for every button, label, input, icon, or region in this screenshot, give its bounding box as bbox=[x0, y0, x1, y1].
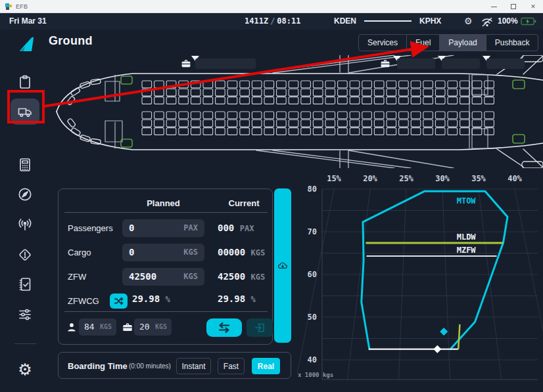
seat[interactable] bbox=[411, 112, 421, 119]
seat[interactable] bbox=[362, 97, 372, 104]
seat[interactable] bbox=[166, 97, 176, 104]
seat[interactable] bbox=[448, 89, 458, 96]
seat[interactable] bbox=[423, 120, 433, 127]
seat[interactable] bbox=[301, 89, 311, 96]
seat[interactable] bbox=[313, 112, 323, 119]
seat[interactable] bbox=[203, 128, 213, 135]
seat[interactable] bbox=[289, 112, 298, 119]
seat[interactable] bbox=[154, 97, 164, 104]
seat[interactable] bbox=[362, 112, 372, 119]
seat[interactable] bbox=[313, 128, 323, 135]
seat[interactable] bbox=[166, 112, 176, 119]
seat[interactable] bbox=[350, 128, 360, 135]
seat[interactable] bbox=[203, 89, 213, 96]
seat[interactable] bbox=[154, 89, 164, 96]
seat[interactable] bbox=[252, 120, 262, 127]
seat[interactable] bbox=[191, 97, 201, 104]
seat[interactable] bbox=[203, 97, 213, 104]
seat[interactable] bbox=[338, 81, 348, 88]
board-deboard-button[interactable] bbox=[206, 318, 242, 337]
sidebar-item-presets[interactable] bbox=[11, 301, 39, 328]
seat[interactable] bbox=[216, 112, 225, 119]
seat[interactable] bbox=[411, 81, 421, 88]
seat[interactable] bbox=[277, 120, 287, 127]
seat[interactable] bbox=[435, 81, 445, 88]
seat[interactable] bbox=[289, 128, 298, 135]
sidebar-item-atc[interactable] bbox=[11, 211, 39, 238]
seat[interactable] bbox=[277, 112, 287, 119]
seat[interactable] bbox=[216, 120, 225, 127]
passengers-input[interactable]: 0PAX bbox=[122, 219, 204, 237]
seat[interactable] bbox=[227, 81, 237, 88]
seat[interactable] bbox=[484, 112, 494, 119]
seat[interactable] bbox=[142, 128, 152, 135]
seat[interactable] bbox=[142, 81, 152, 88]
sidebar-item-performance[interactable] bbox=[11, 152, 39, 178]
seat[interactable] bbox=[435, 112, 445, 119]
seat[interactable] bbox=[179, 89, 189, 96]
seat[interactable] bbox=[472, 81, 482, 88]
seat[interactable] bbox=[142, 89, 152, 96]
seat[interactable] bbox=[399, 128, 409, 135]
maximize-button[interactable] bbox=[504, 0, 523, 13]
seat[interactable] bbox=[435, 120, 445, 127]
seat[interactable] bbox=[350, 120, 360, 127]
seat[interactable] bbox=[240, 128, 250, 135]
seat[interactable] bbox=[289, 89, 298, 96]
seat[interactable] bbox=[277, 128, 287, 135]
seat[interactable] bbox=[166, 128, 176, 135]
seat[interactable] bbox=[472, 112, 482, 119]
seat[interactable] bbox=[166, 120, 176, 127]
bag-weight-input[interactable]: 20KGS bbox=[134, 318, 172, 336]
seat[interactable] bbox=[387, 112, 396, 119]
seat[interactable] bbox=[216, 128, 225, 135]
seat[interactable] bbox=[435, 89, 445, 96]
seat[interactable] bbox=[179, 97, 189, 104]
seat[interactable] bbox=[179, 81, 189, 88]
seat[interactable] bbox=[325, 97, 335, 104]
seat[interactable] bbox=[166, 89, 176, 96]
seat[interactable] bbox=[203, 81, 213, 88]
seat[interactable] bbox=[240, 112, 250, 119]
seat[interactable] bbox=[387, 128, 396, 135]
seat[interactable] bbox=[142, 112, 152, 119]
sidebar-item-navigation[interactable] bbox=[11, 181, 39, 207]
tab-pushback[interactable]: Pushback bbox=[486, 34, 539, 51]
seat[interactable] bbox=[154, 112, 164, 119]
seat[interactable] bbox=[313, 89, 323, 96]
seat[interactable] bbox=[154, 120, 164, 127]
seat[interactable] bbox=[362, 81, 372, 88]
seat[interactable] bbox=[264, 81, 274, 88]
seat[interactable] bbox=[313, 120, 323, 127]
seat[interactable] bbox=[325, 81, 335, 88]
seat[interactable] bbox=[362, 120, 372, 127]
seat[interactable] bbox=[362, 128, 372, 135]
seat[interactable] bbox=[227, 120, 237, 127]
seat[interactable] bbox=[435, 128, 445, 135]
seat[interactable] bbox=[203, 112, 213, 119]
seat[interactable] bbox=[350, 89, 360, 96]
seat[interactable] bbox=[338, 112, 348, 119]
seat[interactable] bbox=[301, 120, 311, 127]
seat[interactable] bbox=[252, 112, 262, 119]
seat[interactable] bbox=[240, 81, 250, 88]
seat[interactable] bbox=[277, 89, 287, 96]
seat[interactable] bbox=[252, 97, 262, 104]
seat[interactable] bbox=[411, 128, 421, 135]
tab-payload[interactable]: Payload bbox=[439, 34, 486, 51]
seat[interactable] bbox=[423, 89, 433, 96]
seat[interactable] bbox=[484, 97, 494, 104]
seat[interactable] bbox=[387, 97, 396, 104]
seat[interactable] bbox=[423, 97, 433, 104]
seat[interactable] bbox=[460, 97, 470, 104]
seat[interactable] bbox=[240, 120, 250, 127]
seat[interactable] bbox=[240, 89, 250, 96]
boarding-option-real[interactable]: Real bbox=[252, 358, 280, 374]
seat[interactable] bbox=[338, 97, 348, 104]
seat[interactable] bbox=[277, 81, 287, 88]
seat[interactable] bbox=[227, 112, 237, 119]
seat[interactable] bbox=[301, 97, 311, 104]
seat[interactable] bbox=[411, 120, 421, 127]
seat[interactable] bbox=[448, 120, 458, 127]
boarding-option-instant[interactable]: Instant bbox=[176, 358, 211, 374]
